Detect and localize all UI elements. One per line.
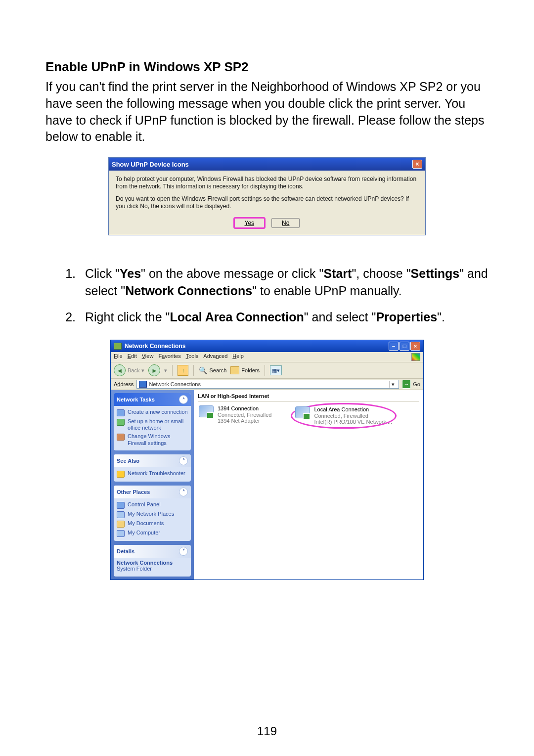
toolbar: ◄ Back ▾ ►▾ ↑ 🔍 Search Folders ▦▾ bbox=[111, 362, 423, 379]
conn1-status: Connected, Firewalled bbox=[218, 412, 271, 418]
chevron-up-icon: ˄ bbox=[179, 456, 188, 465]
menu-bar: File Edit View Favorites Tools Advanced … bbox=[111, 352, 423, 362]
group-header-lan: LAN or High-Speed Internet bbox=[198, 392, 419, 401]
go-button[interactable]: → Go bbox=[402, 380, 420, 389]
menu-advanced[interactable]: Advanced bbox=[203, 353, 227, 361]
home-network-icon bbox=[117, 419, 125, 426]
content-pane: LAN or High-Speed Internet 1394 Connecti… bbox=[194, 390, 423, 579]
step-2: Right click the "Local Area Connection" … bbox=[79, 309, 489, 326]
nc-titlebar: Network Connections – □ × bbox=[111, 340, 423, 352]
task-firewall-settings[interactable]: Change Windows Firewall settings bbox=[117, 432, 188, 447]
task-setup-network[interactable]: Set up a home or small office network bbox=[117, 417, 188, 432]
panel-header-details[interactable]: Details ˅ bbox=[114, 545, 191, 558]
control-panel-icon bbox=[117, 502, 125, 509]
details-type: System Folder bbox=[117, 566, 188, 572]
link-control-panel[interactable]: Control Panel bbox=[117, 500, 188, 510]
chevron-down-icon: ˅ bbox=[179, 547, 188, 556]
link-my-network-places[interactable]: My Network Places bbox=[117, 510, 188, 519]
folders-icon bbox=[230, 366, 239, 374]
panel-header-seealso[interactable]: See Also ˄ bbox=[114, 454, 191, 467]
panel-header-other[interactable]: Other Places ˄ bbox=[114, 486, 191, 498]
page-number: 119 bbox=[0, 724, 534, 738]
conn1-device: 1394 Net Adapter bbox=[218, 418, 271, 424]
address-input[interactable]: Network Connections ▾ bbox=[136, 380, 399, 389]
upnp-dialog: Show UPnP Device Icons × To help protect… bbox=[108, 157, 426, 235]
chevron-up-icon: ˄ bbox=[179, 488, 188, 496]
address-dropdown-icon[interactable]: ▾ bbox=[389, 381, 397, 388]
panel-other-places: Other Places ˄ Control Panel My Network … bbox=[114, 486, 191, 541]
dialog-body: To help protect your computer, Windows F… bbox=[109, 171, 425, 235]
forward-button[interactable]: ► bbox=[148, 364, 160, 376]
no-button[interactable]: No bbox=[271, 218, 300, 228]
panel-network-tasks: Network Tasks ˄ Create a new connection … bbox=[114, 393, 191, 450]
menu-edit[interactable]: Edit bbox=[128, 353, 137, 361]
windows-flag-icon bbox=[411, 353, 420, 361]
conn2-status: Connected, Firewalled bbox=[314, 413, 392, 419]
dialog-titlebar: Show UPnP Device Icons × bbox=[109, 158, 425, 171]
panel-header-tasks[interactable]: Network Tasks ˄ bbox=[114, 393, 191, 406]
nc-app-icon bbox=[114, 343, 122, 350]
sidebar: Network Tasks ˄ Create a new connection … bbox=[111, 390, 194, 579]
back-button[interactable]: ◄ Back ▾ bbox=[114, 364, 144, 376]
panel-see-also: See Also ˄ Network Troubleshooter bbox=[114, 454, 191, 482]
menu-file[interactable]: File bbox=[114, 353, 123, 361]
connection-local-area[interactable]: Local Area Connection Connected, Firewal… bbox=[292, 404, 395, 427]
link-my-documents[interactable]: My Documents bbox=[117, 519, 188, 529]
up-button[interactable]: ↑ bbox=[178, 365, 188, 376]
connection-1394[interactable]: 1394 Connection Connected, Firewalled 13… bbox=[198, 404, 272, 427]
chevron-up-icon: ˄ bbox=[179, 395, 188, 404]
dialog-text-1: To help protect your computer, Windows F… bbox=[116, 176, 418, 190]
intro-paragraph: If you can't find the print server in th… bbox=[45, 79, 489, 145]
dialog-title-text: Show UPnP Device Icons bbox=[112, 161, 189, 168]
close-icon[interactable]: × bbox=[412, 160, 422, 169]
link-troubleshooter[interactable]: Network Troubleshooter bbox=[117, 469, 188, 479]
details-name: Network Connections bbox=[117, 560, 188, 566]
conn2-name: Local Area Connection bbox=[314, 406, 392, 413]
menu-tools[interactable]: Tools bbox=[186, 353, 199, 361]
info-icon bbox=[117, 471, 125, 478]
address-value: Network Connections bbox=[149, 381, 201, 387]
maximize-icon[interactable]: □ bbox=[400, 342, 409, 351]
menu-view[interactable]: View bbox=[142, 353, 154, 361]
views-button[interactable]: ▦▾ bbox=[270, 365, 282, 375]
back-icon: ◄ bbox=[114, 364, 126, 376]
network-places-icon bbox=[117, 511, 125, 518]
menu-favorites[interactable]: Favorites bbox=[158, 353, 180, 361]
conn2-device: Intel(R) PRO/100 VE Network ... bbox=[314, 419, 392, 425]
section-heading: Enable UPnP in Windows XP SP2 bbox=[45, 59, 489, 75]
address-bar: Address Network Connections ▾ → Go bbox=[111, 379, 423, 390]
folders-button[interactable]: Folders bbox=[230, 366, 260, 374]
link-my-computer[interactable]: My Computer bbox=[117, 529, 188, 538]
steps-list: Click "Yes" on the above message or clic… bbox=[45, 265, 489, 326]
search-icon: 🔍 bbox=[199, 366, 207, 374]
step-1: Click "Yes" on the above message or clic… bbox=[79, 265, 489, 300]
connection-icon bbox=[295, 406, 311, 420]
address-icon bbox=[139, 381, 147, 388]
dialog-text-2: Do you want to open the Windows Firewall… bbox=[116, 195, 418, 210]
search-button[interactable]: 🔍 Search bbox=[199, 366, 226, 374]
panel-details: Details ˅ Network Connections System Fol… bbox=[114, 545, 191, 577]
address-label: Address bbox=[114, 381, 134, 387]
task-create-connection[interactable]: Create a new connection bbox=[117, 408, 188, 417]
network-connections-window: Network Connections – □ × File Edit View… bbox=[110, 340, 424, 580]
wizard-icon bbox=[117, 409, 125, 416]
nc-title-text: Network Connections bbox=[125, 343, 185, 350]
menu-help[interactable]: Help bbox=[232, 353, 244, 361]
folder-icon bbox=[117, 521, 125, 528]
conn1-name: 1394 Connection bbox=[218, 405, 271, 412]
go-icon: → bbox=[402, 380, 411, 389]
yes-button[interactable]: Yes bbox=[234, 218, 265, 228]
minimize-icon[interactable]: – bbox=[389, 342, 399, 351]
close-icon[interactable]: × bbox=[410, 342, 420, 351]
connection-icon bbox=[199, 405, 215, 419]
document-page: Enable UPnP in Windows XP SP2 If you can… bbox=[0, 0, 534, 756]
computer-icon bbox=[117, 530, 125, 537]
firewall-icon bbox=[117, 434, 125, 441]
